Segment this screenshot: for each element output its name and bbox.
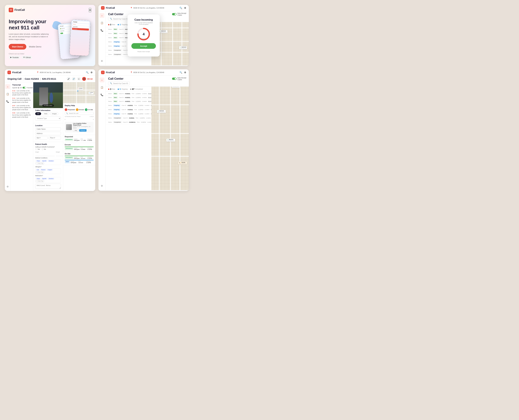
stat-new-label-2: New <box>112 24 115 25</box>
auto-accept-label-2: Auto-AcceptCases <box>177 12 186 16</box>
tab-info[interactable]: Info <box>35 112 41 115</box>
sidebar-doc-2[interactable]: 📋 <box>99 21 104 25</box>
sidebar-home-2[interactable]: ⌂ <box>99 13 104 18</box>
search-box-4[interactable]: 🔍 Search by Case ID <box>108 82 130 85</box>
end-call-icon[interactable]: 📵 <box>82 77 86 81</box>
stat-completed-num-4: 87 <box>132 88 134 90</box>
status-badge-new: New <box>113 32 118 35</box>
app-logo-text-4: FirstCall <box>106 71 115 74</box>
tag-cat: Cat <box>36 169 40 171</box>
search-icon-2[interactable]: 🔍 <box>179 7 182 9</box>
sidebar-settings-4[interactable]: ⚙ <box>99 183 104 188</box>
toggle-switch-2[interactable] <box>172 13 176 15</box>
unit-photo <box>66 124 72 130</box>
close-video-button[interactable]: ✕ Close Video <box>42 104 54 107</box>
add-med-tag-2[interactable]: + New Tag <box>36 180 44 182</box>
sidebar-2: ⌂ 📋 📞 ⚙ <box>99 11 106 65</box>
incident-type-select[interactable]: Incident Type <box>35 116 61 120</box>
pause-auto-accept-button[interactable]: Pause Auto-Accept <box>137 51 150 52</box>
sidebar-phone-4[interactable]: 📞 <box>99 92 104 97</box>
headphone-icon[interactable]: ∞ <box>77 77 81 81</box>
hamburger-menu[interactable]: ≡ <box>89 8 91 12</box>
mobile-demo-button[interactable]: Mobile Demo <box>29 45 41 48</box>
patient-health-section: Patient Health Calling on behalf of some… <box>33 142 63 191</box>
countdown-label: Seconds <box>141 38 146 39</box>
tab-vitals[interactable]: Vitals <box>42 112 49 115</box>
github-badge[interactable]: ⚙ Github <box>22 56 32 59</box>
tab-images[interactable]: Images <box>50 112 59 115</box>
dispatch-req: 2:13PM <box>87 140 94 141</box>
settings-icon-2[interactable]: ⚙ <box>184 7 186 9</box>
sidebar-settings-2[interactable]: ⚙ <box>99 59 104 63</box>
sidebar-phone-2[interactable]: 📞 <box>99 28 104 33</box>
eta-on1: Arrived <box>81 158 87 159</box>
unit-address: 201 E 1st St, Los Angeles, CA 90033 <box>73 126 92 129</box>
map-dot <box>77 90 79 92</box>
start-demo-button[interactable]: Start Demo <box>9 44 26 50</box>
transcript-entry-4: 0:03 : I am currently on the bus to buy … <box>12 112 31 118</box>
deploy-header: Deploy Help <box>65 105 94 107</box>
status-badge: New <box>113 93 118 95</box>
requested-title: Requested <box>65 136 94 138</box>
address-input[interactable] <box>35 132 61 135</box>
ongoing-body: ⌂ 📋 📞 ⚙ Transcript Spanish ▶ EN Translat… <box>5 82 95 191</box>
prev-result-btn[interactable]: ‹ <box>65 118 65 120</box>
weight-input[interactable] <box>56 154 63 156</box>
accept-button[interactable]: Accept <box>131 43 156 49</box>
add-med-tag[interactable]: + New Tag <box>36 162 44 164</box>
app-header-4: 🛡 FirstCall 📍 8036 W 3rd St, Los Angeles… <box>99 69 189 76</box>
height-input[interactable] <box>35 154 54 156</box>
additional-notes[interactable] <box>35 184 61 189</box>
status-badge: Completed <box>113 117 122 119</box>
right-panel: ● #123ASCurrent Call ● #12ASPolice Deplo… <box>63 82 95 191</box>
sidebar-doc-3[interactable]: 📋 <box>5 92 10 97</box>
enroute-progress-bar <box>65 147 94 147</box>
stat-ongoing-label-4: Ongoing <box>121 88 128 90</box>
med-conditions-tags: Onyx Squrtle Zarobus + New Tag <box>35 159 61 165</box>
radio-no[interactable]: No <box>42 148 46 150</box>
transcript-text-3: : I am currently on the bus to buy some … <box>12 105 31 111</box>
search-icon-inner-4: 🔍 <box>110 82 112 84</box>
sidebar-home-3[interactable]: ⌂ <box>5 84 10 89</box>
status-badge: New <box>113 97 118 98</box>
onsite-section: On-Site Ambulance Unit ID #DPQ032 ETA Ar… <box>63 152 95 165</box>
caller-name-input[interactable] <box>35 128 61 131</box>
auto-accept-toggle-4: Auto-AcceptCases <box>172 77 186 81</box>
status-badge: Ongoing <box>113 104 120 106</box>
ambulance-type-req: Ambulance <box>65 139 73 141</box>
youtube-badge[interactable]: ▶ Youtube <box>9 56 20 59</box>
deploy-search[interactable]: 🔍 Search for unit <box>65 112 94 115</box>
apt-input[interactable] <box>35 136 48 140</box>
search-icon-4[interactable]: 🔍 <box>179 71 182 74</box>
toggle-switch-4[interactable] <box>172 78 176 80</box>
apt-floor-row <box>35 136 61 141</box>
request-button[interactable]: Request <box>79 129 87 132</box>
search-box-2[interactable]: 🔍 Search by Case ID <box>108 17 130 21</box>
transcript-text-2: : I am currently on the bus to buy some … <box>12 98 31 103</box>
auto-accept-label-4: Auto-AcceptCases <box>177 77 186 81</box>
settings-icon-4[interactable]: ⚙ <box>184 71 186 74</box>
transcript-time-3: 0:07 <box>12 105 15 106</box>
settings-icon-3[interactable]: ⚙ <box>91 71 93 74</box>
sidebar-doc-4[interactable]: 📋 <box>99 85 104 90</box>
translate-switch[interactable] <box>23 87 26 89</box>
skip-button[interactable]: Skip <box>73 129 79 132</box>
floor-input[interactable] <box>49 136 61 140</box>
map-pin-3: #9231DSIncoming Call <box>179 46 187 49</box>
sidebar-settings-3[interactable]: ⚙ <box>5 184 10 189</box>
sidebar-home-4[interactable]: ⌂ <box>99 78 104 82</box>
stat-new-4: 3 New <box>108 88 115 90</box>
height-label: Height <box>35 151 54 153</box>
app-logo-text-3: FirstCall <box>12 71 21 74</box>
landing-left: Improving yournext 911 call Lorem ipsum … <box>9 17 56 59</box>
dot-completed-4 <box>130 89 131 90</box>
sidebar-phone-3[interactable]: 📞 <box>5 99 10 104</box>
radio-yes[interactable]: Yes <box>35 148 40 150</box>
search-icon-3[interactable]: 🔍 <box>86 71 89 74</box>
mic-icon[interactable]: 🎤 <box>67 77 70 81</box>
add-allergy-tag[interactable]: + New Tag <box>36 171 44 173</box>
tag-med-zarobus: Zarobus <box>48 178 54 180</box>
sidebar-4: ⌂ 📋 📞 ⚙ <box>99 76 106 190</box>
link-icon[interactable]: 🔗 <box>72 77 76 81</box>
next-result-btn[interactable]: › <box>93 118 94 120</box>
